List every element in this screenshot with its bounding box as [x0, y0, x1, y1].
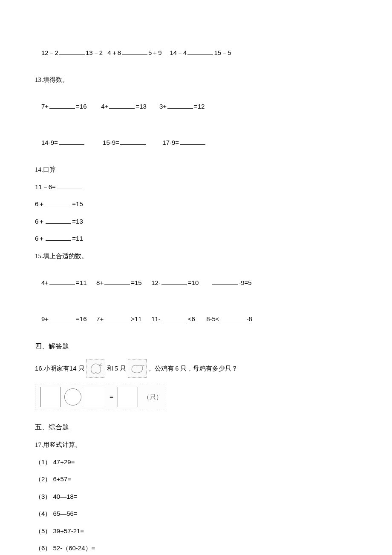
q14-l2: 6＋=15	[35, 199, 357, 209]
q15-r2-c2: <6	[188, 315, 195, 322]
q13-r1-a-blank[interactable]	[49, 102, 75, 109]
q15-r1-c-blank[interactable]	[161, 278, 187, 285]
q14-l4b: =11	[72, 235, 83, 242]
q14-l4-blank[interactable]	[46, 234, 71, 241]
q15-r1-c2: =10	[188, 279, 199, 286]
q15-r1-a1: 4+	[41, 279, 49, 286]
q14-l1-text: 11－6=	[35, 183, 56, 190]
q15-r2-c1: 11-	[151, 315, 161, 322]
q15-r1-b2: =15	[131, 279, 141, 286]
q12-blank-3[interactable]	[187, 48, 213, 55]
q15-r2-a1: 9+	[41, 315, 49, 322]
q13-label: 13.填得数。	[35, 75, 357, 85]
q14-l3a: 6＋	[35, 218, 45, 225]
equation-operator[interactable]	[64, 388, 81, 405]
q15-r2-d2: -8	[247, 315, 252, 322]
q15-r1-a-blank[interactable]	[49, 278, 75, 285]
q16-count1: 14 只	[69, 364, 85, 374]
q16-prefix: 16.小明家有	[35, 364, 69, 374]
q13-r1-b-blank[interactable]	[109, 102, 135, 109]
q15-r2-a2: =16	[76, 315, 86, 322]
q15-row2: 9+=16 7+>11 11-<6 8-5<-8	[35, 305, 357, 334]
q13-row1: 7+=16 4+=13 3+=12	[35, 92, 357, 121]
q17-item-2: （2） 6+57=	[35, 474, 357, 484]
q16-question: 16.小明家有 14 只 和 5 只 。公鸡有 6 只，母鸡有多少只？	[35, 359, 357, 378]
q14-l1: 11－6=	[35, 182, 357, 192]
q12-part1-left: 12－2	[41, 49, 58, 56]
q14-l3-blank[interactable]	[46, 217, 71, 224]
q12-part1-right: 13－2	[86, 49, 103, 56]
q14-l1-blank[interactable]	[57, 182, 82, 189]
section-4-title: 四、解答题	[35, 341, 357, 351]
q15-r1-b-blank[interactable]	[104, 278, 130, 285]
q13-r1-a-eq: =16	[76, 103, 86, 110]
q15-r1-a2: =11	[76, 279, 86, 286]
q15-r1-d-blank[interactable]	[212, 278, 238, 285]
q14-l2b: =15	[72, 200, 83, 207]
q15-r1-c1: 12-	[151, 279, 161, 286]
q15-r2-b2: >11	[131, 315, 141, 322]
q16-equation-box: = （只）	[35, 384, 166, 410]
q14-l4a: 6＋	[35, 235, 45, 242]
worksheet-page: 12－213－2 4＋85＋9 14－415－5 13.填得数。 7+=16 4…	[0, 0, 392, 555]
q15-r2-c-blank[interactable]	[161, 314, 187, 321]
equation-unit: （只）	[143, 392, 162, 402]
q15-label: 15.填上合适的数。	[35, 251, 357, 261]
q12-part3-right: 15－5	[214, 49, 231, 56]
q12-part2-right: 5＋9	[148, 49, 162, 56]
duck-icon	[128, 359, 147, 378]
q17-item-3: （3） 40―18=	[35, 492, 357, 502]
q14-label: 14.口算	[35, 165, 357, 175]
equation-operand-2[interactable]	[85, 387, 105, 407]
q13-r1-c-eq: =12	[194, 103, 205, 110]
q13-r1-c-blank[interactable]	[167, 102, 193, 109]
q15-r1-b1: 8+	[96, 279, 104, 286]
q12-line: 12－213－2 4＋85＋9 14－415－5	[35, 38, 357, 67]
q17-item-1: （1） 47+29=	[35, 457, 357, 467]
q16-suffix: 。公鸡有 6 只，母鸡有多少只？	[148, 364, 238, 374]
q15-r2-b1: 7+	[96, 315, 104, 322]
q13-row2: 14-9= 15-9= 17-9=	[35, 129, 357, 158]
q13-r2-a: 14-9=	[41, 139, 58, 146]
q13-r2-c-blank[interactable]	[180, 138, 205, 145]
q17-item-5: （5） 39+57-21=	[35, 526, 357, 536]
q15-r2-a-blank[interactable]	[49, 314, 75, 321]
chicken-icon	[86, 359, 105, 378]
q13-r2-b-blank[interactable]	[120, 138, 146, 145]
q15-row1: 4+=11 8+=15 12-=10 -9=5	[35, 268, 357, 297]
q15-r2-b-blank[interactable]	[104, 314, 130, 321]
q14-l3b: =13	[72, 218, 83, 225]
q13-r2-b: 15-9=	[103, 139, 119, 146]
q15-r1-d2: -9=5	[239, 279, 251, 286]
q12-part3-left: 14－4	[170, 49, 187, 56]
q12-blank-2[interactable]	[122, 48, 147, 55]
q13-r1-b-eq: =13	[135, 103, 146, 110]
q13-r2-c: 17-9=	[162, 139, 179, 146]
q15-r2-d1: 8-5<	[206, 315, 219, 322]
equation-equals: =	[110, 392, 113, 402]
q16-mid: 和 5 只	[107, 364, 126, 374]
q13-r1-b: 4+	[101, 103, 108, 110]
q17-label: 17.用竖式计算。	[35, 440, 357, 450]
q17-item-4: （4） 65―56=	[35, 509, 357, 519]
q14-l2a: 6＋	[35, 200, 45, 207]
q13-r1-c: 3+	[159, 103, 167, 110]
q17-item-6: （6） 52-（60-24）=	[35, 543, 357, 553]
q13-r1-a: 7+	[41, 103, 49, 110]
section-5-title: 五、综合题	[35, 422, 357, 432]
equation-result[interactable]	[118, 387, 138, 407]
q14-l3: 6＋=13	[35, 217, 357, 227]
equation-operand-1[interactable]	[40, 387, 61, 407]
q13-r2-a-blank[interactable]	[59, 138, 84, 145]
q14-l4: 6＋=11	[35, 234, 357, 244]
q12-blank-1[interactable]	[59, 48, 85, 55]
q15-r2-d-blank[interactable]	[220, 314, 246, 321]
q12-part2-left: 4＋8	[107, 49, 121, 56]
q14-l2-blank[interactable]	[46, 199, 71, 206]
